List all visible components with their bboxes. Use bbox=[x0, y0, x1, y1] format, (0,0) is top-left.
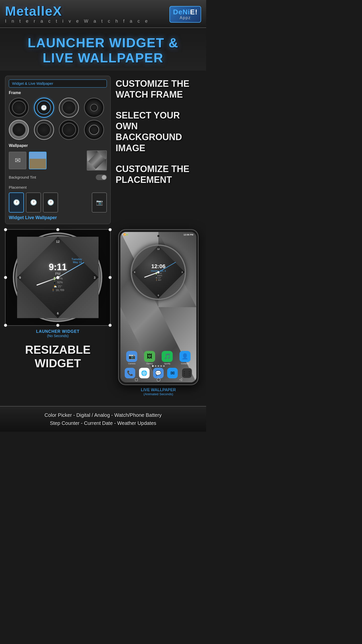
frame-label: Frame bbox=[9, 91, 107, 95]
launcher-widget-frame: 12 3 6 9 9:11 PM Tuesday May 16 🔋 87% 📱 … bbox=[5, 229, 111, 326]
phone-app-icons: 📷 Camera 🖼 Gallery 🎵 Spotify 👤 Contacts bbox=[123, 351, 194, 365]
camera-app-icon: 📷 bbox=[126, 351, 137, 362]
placement-icon-2: 🕐 bbox=[30, 199, 37, 206]
frame-option-1[interactable] bbox=[9, 98, 29, 118]
wallpaper-thumb-metalx[interactable] bbox=[87, 150, 107, 171]
contacts-app-icon: 👤 bbox=[179, 351, 191, 362]
spotify-app-label: Spotify bbox=[164, 363, 170, 365]
dock-phone[interactable]: 📞 bbox=[125, 368, 135, 378]
watch-time-display: 9:11 bbox=[49, 263, 67, 272]
placement-option-3[interactable]: 🕐 bbox=[43, 192, 58, 213]
logo-appz: Appz bbox=[173, 16, 198, 20]
resize-handle-tl[interactable] bbox=[4, 228, 7, 231]
company-logo: DeNiE! Appz bbox=[169, 6, 201, 23]
envelope-icon: ✉ bbox=[15, 156, 21, 165]
launcher-label: LAUNCHER WIDGET (No Seconds) bbox=[5, 329, 111, 338]
frame-inner-7 bbox=[62, 123, 76, 137]
gallery-app-icon: 🖼 bbox=[144, 351, 155, 362]
page-dot-1 bbox=[152, 365, 154, 367]
app-camera[interactable]: 📷 Camera bbox=[126, 351, 137, 365]
bottom-bar: Color Picker - Digital / Analog - Watch/… bbox=[0, 406, 206, 432]
dock-messages[interactable]: 💬 bbox=[153, 368, 164, 378]
page-dot-4 bbox=[160, 365, 162, 367]
wallpaper-section: Wallpaper ✉ bbox=[9, 143, 107, 171]
phone-label-sub: (Animated Seconds) bbox=[141, 392, 176, 396]
wallpaper-thumb-landscape[interactable] bbox=[29, 152, 47, 169]
main-content: Widget & Live Wallpaper Frame 🕐 bbox=[0, 71, 206, 229]
placement-option-2[interactable]: 🕐 bbox=[26, 192, 41, 213]
features-panel: CUSTOMIZE THE WATCH FRAME SELECT YOUR OW… bbox=[116, 76, 201, 198]
bottom-bar-line1: Color Picker - Digital / Analog - Watch/… bbox=[5, 411, 201, 419]
app-gallery[interactable]: 🖼 Gallery bbox=[144, 351, 155, 365]
camera-app-label: Camera bbox=[128, 363, 135, 365]
bg-tint-row: Background Tint bbox=[9, 174, 107, 181]
nav-triangle[interactable]: ◁ bbox=[179, 377, 182, 381]
resize-handle-mr[interactable] bbox=[109, 276, 112, 279]
resize-handle-br[interactable] bbox=[109, 324, 112, 327]
frame-inner-6 bbox=[37, 123, 51, 137]
resize-handle-tr[interactable] bbox=[109, 228, 112, 231]
bg-tint-toggle[interactable] bbox=[96, 175, 107, 180]
frame-option-5[interactable] bbox=[9, 120, 29, 140]
steps-display: 🚶 16,789 bbox=[49, 288, 67, 292]
phone-section: 📶🔋 12:06 PM 12:06 Mo bbox=[116, 229, 201, 396]
dock-chrome[interactable]: 🌐 bbox=[139, 368, 150, 378]
frame-inner-4 bbox=[90, 104, 98, 111]
logo-text: DeNiE! bbox=[173, 9, 198, 16]
hour-3: 3 bbox=[94, 275, 96, 279]
dock-apps[interactable]: ⋮⋮ bbox=[182, 368, 192, 378]
bg-tint-label: Background Tint bbox=[9, 175, 36, 179]
resizable-widget-text: RESIZABLEWIDGET bbox=[5, 343, 111, 370]
widget-tab-label: Widget & Live Wallpaper bbox=[12, 81, 53, 86]
resize-handle-mb[interactable] bbox=[56, 324, 59, 327]
wallpaper-thumb-envelope[interactable]: ✉ bbox=[9, 152, 26, 169]
launcher-label-sub: (No Seconds) bbox=[5, 334, 111, 338]
nav-square[interactable]: ▢ bbox=[135, 377, 138, 381]
dock-email[interactable]: ✉ bbox=[167, 368, 178, 378]
metalx-preview bbox=[87, 151, 106, 170]
nav-circle[interactable]: ◯ bbox=[157, 377, 161, 381]
wallpaper-label: Wallpaper bbox=[9, 143, 107, 148]
placement-icon-3: 🕐 bbox=[47, 199, 54, 206]
widget-panel: Widget & Live Wallpaper Frame 🕐 bbox=[5, 76, 111, 224]
resize-handle-ml[interactable] bbox=[4, 276, 7, 279]
phone-watch-face: 12:06 Monday Jun. 4 🔋97% 📱100% ❄-13° 🚶90… bbox=[131, 245, 186, 300]
app-contacts[interactable]: 👤 Contacts bbox=[179, 351, 191, 365]
page-dot-2 bbox=[155, 365, 156, 367]
frame-inner-1 bbox=[12, 101, 26, 114]
phone-status-time: 12:06 PM bbox=[184, 233, 193, 236]
signal-icons: 📶🔋 bbox=[123, 233, 128, 236]
app-name-part1: Metalle bbox=[5, 4, 53, 18]
placement-add-button[interactable]: 📷 bbox=[92, 192, 107, 213]
hour-6: 6 bbox=[57, 311, 59, 315]
phone-nav-bar: ▢ ◯ ◁ bbox=[125, 377, 191, 381]
spotify-app-icon: 🎵 bbox=[162, 351, 173, 362]
frame-option-7[interactable] bbox=[59, 120, 79, 140]
page-dot-5 bbox=[163, 365, 165, 367]
phone-hour-3: 3 bbox=[182, 271, 183, 273]
resize-handle-bl[interactable] bbox=[4, 324, 7, 327]
frame-inner-2: 🕐 bbox=[37, 101, 51, 114]
phone-dock: 📞 🌐 💬 ✉ ⋮⋮ bbox=[123, 368, 194, 378]
phone-label: LIVE WALLPAPER (Animated Seconds) bbox=[141, 388, 176, 396]
frame-option-3[interactable] bbox=[59, 98, 79, 118]
gallery-app-label: Gallery bbox=[146, 363, 153, 365]
watch-face-large: 12 3 6 9 9:11 PM Tuesday May 16 🔋 87% 📱 … bbox=[15, 235, 101, 320]
widget-tab[interactable]: Widget & Live Wallpaper bbox=[9, 79, 107, 88]
app-spotify[interactable]: 🎵 Spotify bbox=[162, 351, 173, 365]
watch-center-dot bbox=[56, 276, 59, 279]
frame-option-4[interactable] bbox=[84, 98, 104, 118]
hour-12: 12 bbox=[56, 240, 60, 244]
frame-option-8[interactable] bbox=[84, 120, 104, 140]
phone-page-dots bbox=[152, 365, 165, 367]
launcher-label-main: LAUNCHER WIDGET bbox=[5, 329, 111, 334]
frame-option-2[interactable]: 🕐 bbox=[34, 98, 54, 118]
clock-icon: 🕐 bbox=[41, 105, 47, 111]
placement-option-1[interactable]: 🕐 bbox=[9, 192, 24, 213]
phone-power-button[interactable] bbox=[198, 280, 199, 290]
resize-handle-mt[interactable] bbox=[56, 228, 59, 231]
frame-option-6[interactable] bbox=[34, 120, 54, 140]
placement-icon-1: 🕐 bbox=[13, 199, 20, 206]
bottom-bar-line2: Step Counter - Current Date - Weather Up… bbox=[5, 419, 201, 427]
wallpaper-grid: ✉ bbox=[9, 150, 107, 171]
